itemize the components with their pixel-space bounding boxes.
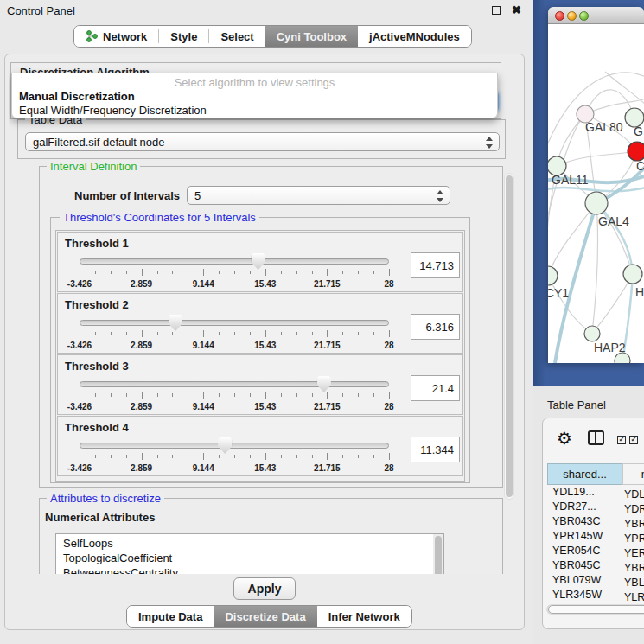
table-row[interactable]: YBR045CYBR0 [547,559,644,574]
network-canvas[interactable]: GAL80GCGAL11GAL4GCY1HHAP2 [548,24,644,363]
slider-track[interactable] [80,443,389,449]
table-row[interactable]: YDL19...YDL1 [547,486,644,501]
threshold-value-field[interactable]: 21.4 [411,375,460,401]
table-row[interactable]: YBR043CYBR0 [547,515,644,530]
tab-select[interactable]: Select [209,26,265,47]
cell-shared-name[interactable]: YER054C [547,545,621,557]
table-row[interactable]: YER054CYER0 [547,545,644,559]
tick-mark [265,269,266,276]
network-node[interactable] [615,353,630,363]
tab-jactivemnodules[interactable]: jActiveMNodules [358,26,471,47]
tab-network[interactable]: Network [74,26,158,47]
algorithm-option-equal-width[interactable]: Equal Width/Frequency Discretization [19,104,207,117]
table-row[interactable]: YLR345WYLR3 [547,589,644,603]
float-window-icon[interactable] [492,6,501,15]
table-data-group: Table Data galFiltered.sif default node [17,119,506,159]
zoom-traffic-light-icon[interactable] [579,11,589,21]
network-node-label: G [634,124,643,138]
cell-shared-name[interactable]: YDL19... [547,486,621,498]
threshold-slider[interactable]: -3.4262.8599.14415.4321.71528 [80,437,389,472]
tab-impute-data[interactable]: Impute Data [127,606,214,627]
table-row[interactable]: YDR27...YDR2 [547,501,644,515]
cell-name[interactable]: YPR1 [621,532,644,545]
table-row[interactable]: YPR145WYPR1 [547,530,644,545]
threshold-value-field[interactable]: 14.713 [411,252,460,278]
scrollbar-thumb[interactable] [506,175,513,497]
cell-name[interactable]: YLR3 [621,591,644,603]
tab-style[interactable]: Style [159,26,208,47]
tick-label: 9.144 [193,341,214,350]
algorithm-option-manual[interactable]: Manual Discretization [19,90,135,103]
slider-thumb-icon[interactable] [317,376,331,392]
table-row[interactable]: YBL079WYBL0 [547,574,644,589]
checkbox-icon[interactable]: ✓ [629,436,638,444]
threshold-slider[interactable]: -3.4262.8599.14415.4321.71528 [80,315,389,349]
cell-name[interactable]: YER0 [621,547,644,559]
tick-mark [188,332,188,335]
cell-shared-name[interactable]: YDR27... [547,501,621,513]
threshold-value-field[interactable]: 11.344 [411,437,460,462]
slider-thumb-icon[interactable] [252,253,265,270]
cell-name[interactable]: YDL1 [621,488,644,501]
attributes-list-scrollbar[interactable] [433,534,443,574]
attribute-list-item[interactable]: TopologicalCoefficient [56,551,443,565]
close-icon[interactable]: ✖ [512,3,521,16]
threshold-slider[interactable]: -3.4262.8599.14415.4321.71528 [80,376,389,411]
network-node[interactable] [584,326,600,341]
network-node[interactable] [623,265,642,284]
tick-label: -3.426 [67,341,92,350]
attribute-list-item[interactable]: SelfLoops [56,536,443,551]
threshold-row: Threshold 3 -3.4262.8599.14415.4321.7152… [57,354,463,415]
slider-thumb-icon[interactable] [169,315,182,331]
scrollbar-thumb[interactable] [435,536,442,574]
tab-network-label: Network [103,30,147,43]
gear-icon[interactable]: ⚙ [557,428,572,449]
slider-track[interactable] [80,381,389,387]
cell-name[interactable]: YBR0 [621,562,644,574]
cyni-content: Discretization Algorithm Select algorith… [9,57,520,574]
control-panel-title: Control Panel [7,4,75,17]
close-traffic-light-icon[interactable] [555,11,564,21]
apply-button[interactable]: Apply [233,577,296,600]
tick-mark [234,393,235,397]
network-node[interactable] [628,142,644,161]
number-of-intervals-combobox[interactable]: 5 [187,186,450,205]
network-node[interactable] [548,266,558,285]
tab-discretize-data[interactable]: Discretize Data [214,606,316,627]
attribute-list-item[interactable]: BetweennessCentrality [56,565,443,574]
tick-mark [389,269,390,276]
algorithm-prompt-item[interactable]: Select algorithm to view settings [12,76,497,89]
tab-jactivemnodules-label: jActiveMNodules [369,30,460,43]
network-node[interactable] [585,192,608,214]
network-node-label: H [635,285,644,299]
tick-mark [157,271,158,274]
content-vertical-scrollbar[interactable] [504,173,514,500]
table-data-combobox[interactable]: galFiltered.sif default node [25,132,500,151]
cell-shared-name[interactable]: YPR145W [547,530,621,542]
column-header-shared-name[interactable]: shared... [547,463,622,485]
threshold-value-field[interactable]: 6.316 [411,314,460,340]
cell-name[interactable]: YBR0 [621,518,644,530]
checkbox-icon[interactable]: ✓ [617,436,626,444]
columns-icon[interactable] [588,430,604,445]
minimize-traffic-light-icon[interactable] [567,11,577,21]
slider-track[interactable] [80,258,389,265]
cell-shared-name[interactable]: YBR043C [547,515,621,527]
slider-thumb-icon[interactable] [218,437,232,454]
scrollbar-thumb[interactable] [548,605,644,614]
network-window-titlebar[interactable] [548,7,644,24]
tab-infer-network[interactable]: Infer Network [317,606,411,627]
cell-name[interactable]: YDR2 [621,503,644,515]
tick-mark [281,455,282,458]
cell-name[interactable]: YBL0 [621,577,644,589]
slider-track[interactable] [80,320,389,326]
table-panel: ⚙ ✓ ✓ shared... n YDL19...YDL1YDR27...YD… [542,418,644,629]
cell-shared-name[interactable]: YBR045C [547,559,621,571]
table-horizontal-scrollbar[interactable] [546,604,644,615]
cell-shared-name[interactable]: YBL079W [547,574,621,586]
tab-cyni-toolbox[interactable]: Cyni Toolbox [265,26,358,47]
cell-shared-name[interactable]: YLR345W [547,589,621,601]
tick-mark [80,269,80,276]
column-header-name[interactable]: n [622,463,644,485]
threshold-slider[interactable]: -3.4262.8599.14415.4321.71528 [80,253,389,288]
